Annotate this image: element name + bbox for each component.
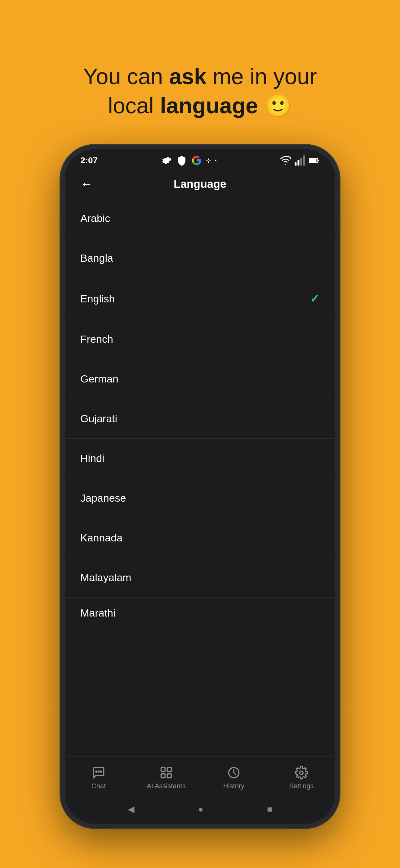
- google-icon: [191, 155, 202, 166]
- nav-label-ai-assistants: AI Assistants: [147, 782, 186, 790]
- back-button[interactable]: ←: [77, 176, 96, 192]
- language-name-gujarati: Gujarati: [80, 412, 117, 425]
- language-item-kannada[interactable]: Kannada: [65, 518, 335, 558]
- nav-label-history: History: [223, 782, 244, 790]
- svg-point-8: [100, 771, 102, 772]
- status-icons-right: [280, 155, 320, 166]
- android-recent-button[interactable]: ■: [267, 804, 272, 814]
- svg-rect-11: [161, 774, 165, 778]
- language-item-hindi[interactable]: Hindi: [65, 439, 335, 478]
- wifi-icon: [280, 155, 291, 166]
- nav-label-settings: Settings: [289, 782, 314, 790]
- language-name-japanese: Japanese: [80, 492, 126, 504]
- svg-rect-3: [303, 156, 305, 166]
- phone-mockup: 2:07 ⊹ •: [61, 145, 339, 828]
- battery-icon: [308, 155, 320, 166]
- nav-label-chat: Chat: [92, 782, 106, 790]
- android-nav: ◀ ● ■: [65, 798, 335, 824]
- hero-section: You can ask me in your local language 🙂: [46, 31, 354, 120]
- hero-emoji: 🙂: [264, 93, 292, 118]
- svg-rect-0: [295, 162, 297, 166]
- language-name-bangla: Bangla: [80, 252, 113, 264]
- nav-item-settings[interactable]: Settings: [268, 763, 335, 793]
- svg-rect-5: [310, 159, 316, 162]
- language-name-german: German: [80, 373, 119, 385]
- language-item-malayalam[interactable]: Malayalam: [65, 558, 335, 598]
- phone-frame: 2:07 ⊹ •: [61, 145, 339, 828]
- svg-rect-9: [161, 768, 165, 772]
- chat-icon: [92, 766, 105, 779]
- hero-line1: You can ask me in your: [83, 64, 317, 89]
- cast-icon: ⊹: [206, 157, 211, 164]
- language-name-english: English: [80, 293, 115, 305]
- language-item-marathi[interactable]: Marathi: [65, 598, 335, 619]
- language-name-french: French: [80, 333, 113, 345]
- android-home-button[interactable]: ●: [198, 804, 203, 814]
- status-time: 2:07: [80, 156, 98, 165]
- svg-rect-10: [167, 768, 171, 772]
- language-name-kannada: Kannada: [80, 532, 123, 544]
- svg-point-6: [96, 771, 97, 772]
- gear-icon: [161, 155, 172, 166]
- nav-item-history[interactable]: History: [200, 763, 268, 793]
- shield-icon: [176, 155, 187, 166]
- nav-item-ai-assistants[interactable]: AI Assistants: [132, 763, 200, 793]
- history-icon: [227, 766, 241, 779]
- hero-line2: local language 🙂: [108, 93, 292, 118]
- svg-point-7: [98, 771, 99, 772]
- hero-bold-language: language: [160, 93, 258, 118]
- svg-rect-2: [300, 158, 302, 166]
- language-name-arabic: Arabic: [80, 212, 110, 224]
- status-bar: 2:07 ⊹ •: [65, 149, 335, 169]
- hero-text: You can ask me in your local language 🙂: [65, 62, 335, 120]
- dot-icon: •: [215, 158, 217, 163]
- bottom-nav: Chat AI Assistants History: [65, 756, 335, 798]
- language-list: Arabic Bangla English ✓ French German Gu…: [65, 199, 335, 756]
- svg-rect-12: [167, 774, 171, 778]
- nav-item-chat[interactable]: Chat: [65, 763, 132, 793]
- language-item-german[interactable]: German: [65, 359, 335, 399]
- language-item-gujarati[interactable]: Gujarati: [65, 399, 335, 439]
- language-item-bangla[interactable]: Bangla: [65, 239, 335, 278]
- settings-icon: [295, 766, 308, 779]
- selected-checkmark: ✓: [310, 292, 320, 306]
- language-item-arabic[interactable]: Arabic: [65, 199, 335, 239]
- language-name-malayalam: Malayalam: [80, 571, 131, 584]
- hero-bold-ask: ask: [169, 64, 206, 89]
- language-item-japanese[interactable]: Japanese: [65, 478, 335, 518]
- signal-icon: [294, 155, 305, 166]
- ai-assistants-icon: [159, 766, 173, 779]
- language-name-hindi: Hindi: [80, 452, 104, 464]
- page-title: Language: [174, 178, 226, 191]
- top-bar: ← Language: [65, 169, 335, 199]
- language-name-marathi: Marathi: [80, 607, 115, 619]
- svg-point-14: [300, 771, 303, 775]
- status-icons-left: ⊹ •: [161, 155, 217, 166]
- svg-rect-1: [298, 160, 300, 166]
- language-item-english[interactable]: English ✓: [65, 278, 335, 319]
- android-back-button[interactable]: ◀: [128, 804, 135, 814]
- language-item-french[interactable]: French: [65, 319, 335, 359]
